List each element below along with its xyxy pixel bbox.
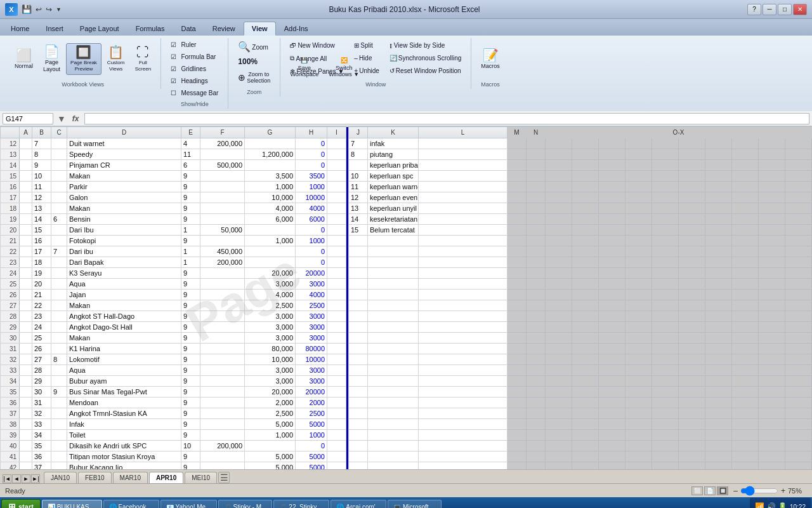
cell-G35[interactable]: 20,000	[245, 387, 296, 398]
cell-E32[interactable]: 9	[181, 354, 200, 365]
cell-D19[interactable]: Bensin	[67, 214, 181, 225]
tab-page-layout[interactable]: Page Layout	[72, 22, 128, 36]
cell-B33[interactable]: 28	[32, 365, 51, 376]
cell-H36[interactable]: 2000	[296, 398, 327, 408]
cell-I15[interactable]	[327, 171, 346, 182]
cell-G23[interactable]	[245, 257, 296, 268]
sheet-scroll-last[interactable]: ►|	[31, 474, 40, 483]
cell-F29[interactable]	[200, 322, 245, 333]
cell-E29[interactable]: 9	[181, 322, 200, 333]
cell-L25[interactable]	[419, 279, 508, 290]
cell-K40[interactable]	[368, 441, 419, 451]
cell-B26[interactable]: 21	[32, 290, 51, 300]
gridlines-toggle[interactable]: ☑ Gridlines	[166, 64, 223, 74]
cell-B21[interactable]: 16	[32, 236, 51, 246]
cell-D20[interactable]: Dari Ibu	[67, 225, 181, 236]
cell-C17[interactable]	[51, 192, 67, 203]
cell-L23[interactable]	[419, 257, 508, 268]
cell-J41[interactable]	[349, 451, 368, 462]
cell-B38[interactable]: 33	[32, 419, 51, 430]
table-row[interactable]: 2520Aqua93,0003000	[1, 279, 812, 290]
cell-L20[interactable]	[419, 225, 508, 236]
table-row[interactable]: 4035Dikasih ke Andri utk SPC10200,0000	[1, 441, 812, 451]
page-layout-status-btn[interactable]: 📄	[704, 486, 716, 495]
table-row[interactable]: 1712Galon910,0001000012keperluan even & …	[1, 192, 812, 203]
cell-H21[interactable]: 1000	[296, 236, 327, 246]
tab-review[interactable]: Review	[204, 22, 244, 36]
cell-L16[interactable]	[419, 182, 508, 192]
cell-H39[interactable]: 1000	[296, 430, 327, 441]
cell-J30[interactable]	[349, 333, 368, 344]
cell-K29[interactable]	[368, 322, 419, 333]
cell-K36[interactable]	[368, 398, 419, 408]
cell-D32[interactable]: Lokomotif	[67, 354, 181, 365]
cell-I32[interactable]	[327, 354, 346, 365]
cell-I12[interactable]	[327, 138, 346, 149]
cell-F18[interactable]	[200, 203, 245, 214]
cell-I38[interactable]	[327, 419, 346, 430]
cell-H33[interactable]: 3000	[296, 365, 327, 376]
cell-H42[interactable]: 5000	[296, 462, 327, 470]
cell-E21[interactable]: 9	[181, 236, 200, 246]
cell-G20[interactable]	[245, 225, 296, 236]
cell-H17[interactable]: 10000	[296, 192, 327, 203]
cell-F22[interactable]: 450,000	[200, 246, 245, 257]
cell-H31[interactable]: 80000	[296, 344, 327, 354]
cell-J19[interactable]: 14	[349, 214, 368, 225]
table-row[interactable]: 3429Bubur ayam93,0003000	[1, 376, 812, 387]
tab-mei10[interactable]: MEI10	[185, 472, 217, 483]
cell-L35[interactable]	[419, 387, 508, 398]
cell-G32[interactable]: 10,000	[245, 354, 296, 365]
cell-D37[interactable]: Angkot Trmnl-Stasiun KA	[67, 408, 181, 419]
cell-A32[interactable]	[20, 354, 32, 365]
table-row[interactable]: 2419K3 Serayu920,00020000	[1, 268, 812, 279]
cell-A26[interactable]	[20, 290, 32, 300]
cell-B20[interactable]: 15	[32, 225, 51, 236]
cell-A35[interactable]	[20, 387, 32, 398]
cell-J31[interactable]	[349, 344, 368, 354]
page-break-btn[interactable]: 🔲 Page BreakPreview	[66, 43, 102, 74]
cell-I39[interactable]	[327, 430, 346, 441]
cell-K23[interactable]	[368, 257, 419, 268]
cell-C20[interactable]	[51, 225, 67, 236]
taskbar-microsoft-btn[interactable]: 💻 Microsoft ...	[388, 500, 442, 508]
cell-F37[interactable]	[200, 408, 245, 419]
cell-F33[interactable]	[200, 365, 245, 376]
cell-H29[interactable]: 3000	[296, 322, 327, 333]
cell-J33[interactable]	[349, 365, 368, 376]
cell-B19[interactable]: 14	[32, 214, 51, 225]
tab-formulas[interactable]: Formulas	[128, 22, 173, 36]
cell-D29[interactable]: Angkot Dago-St Hall	[67, 322, 181, 333]
cell-C36[interactable]	[51, 398, 67, 408]
cell-J29[interactable]	[349, 322, 368, 333]
cell-I40[interactable]	[327, 441, 346, 451]
cell-L37[interactable]	[419, 408, 508, 419]
grid-wrapper[interactable]: Page A B C D E F G H I J K	[0, 126, 812, 469]
cell-E39[interactable]: 9	[181, 430, 200, 441]
col-header-m[interactable]: M	[508, 127, 527, 138]
tab-insert[interactable]: Insert	[37, 22, 72, 36]
cell-I22[interactable]	[327, 246, 346, 257]
cell-C16[interactable]	[51, 182, 67, 192]
cell-I17[interactable]	[327, 192, 346, 203]
cell-I31[interactable]	[327, 344, 346, 354]
cell-A18[interactable]	[20, 203, 32, 214]
table-row[interactable]: 127Duit warnet4200,00007infak	[1, 138, 812, 149]
cell-H37[interactable]: 2500	[296, 408, 327, 419]
cell-I41[interactable]	[327, 451, 346, 462]
cell-H13[interactable]: 0	[296, 149, 327, 160]
cell-F39[interactable]	[200, 430, 245, 441]
cell-C33[interactable]	[51, 365, 67, 376]
col-header-h[interactable]: H	[296, 127, 327, 138]
cell-G42[interactable]: 5,000	[245, 462, 296, 470]
cell-A42[interactable]	[20, 462, 32, 470]
cell-C32[interactable]: 8	[51, 354, 67, 365]
cell-F20[interactable]: 50,000	[200, 225, 245, 236]
cell-F34[interactable]	[200, 376, 245, 387]
cell-L42[interactable]	[419, 462, 508, 470]
cell-C14[interactable]	[51, 160, 67, 171]
cell-L30[interactable]	[419, 333, 508, 344]
cell-K22[interactable]	[368, 246, 419, 257]
cell-J34[interactable]	[349, 376, 368, 387]
zoom-selection-btn[interactable]: ⊕ Zoom toSelection	[233, 69, 275, 86]
